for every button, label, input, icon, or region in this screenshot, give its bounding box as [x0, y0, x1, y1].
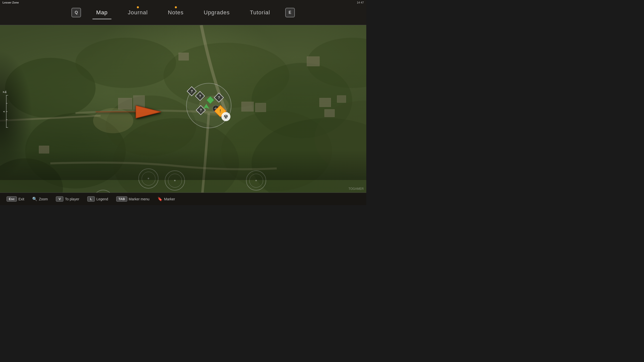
legend-label: Legend [96, 197, 108, 201]
l-key[interactable]: L [87, 196, 95, 202]
notes-dot-indicator [175, 6, 177, 8]
top-navigation-bar: Lesser Zone 14 47 Q Map Journal Notes Up… [0, 0, 366, 25]
marker-menu-label: Marker menu [129, 197, 149, 201]
unknown-marker-2[interactable] [196, 93, 204, 100]
tab-upgrades[interactable]: Upgrades [194, 7, 240, 18]
zoom-label: Zoom [39, 197, 48, 201]
marker-menu-action[interactable]: TAB Marker menu [112, 196, 153, 202]
zoom-action[interactable]: 🔍 Zoom [28, 197, 52, 201]
exit-label: Exit [18, 197, 24, 201]
to-player-action[interactable]: V To player [52, 196, 83, 202]
zoom-scale-area: ×4 ◄ [3, 90, 7, 128]
radiation-marker[interactable]: ☢ [221, 112, 230, 121]
nav-tabs-container: Q Map Journal Notes Upgrades Tutorial E [0, 0, 366, 25]
directional-arrow [96, 98, 161, 124]
map-background [0, 25, 366, 193]
unknown-marker-1[interactable] [188, 88, 195, 95]
right-key-badge[interactable]: E [285, 8, 295, 17]
tab-journal[interactable]: Journal [118, 7, 158, 18]
marker-icon: 🔖 [157, 197, 163, 201]
marker-action[interactable]: 🔖 Marker [153, 197, 179, 201]
marker-label: Marker [164, 197, 175, 201]
bottom-action-bar: Esc Exit 🔍 Zoom V To player L Legend TAB… [0, 193, 366, 205]
v-key[interactable]: V [56, 196, 63, 202]
journal-dot-indicator [137, 6, 139, 8]
green-diamond-marker[interactable] [208, 97, 213, 103]
to-player-label: To player [65, 197, 79, 201]
zoom-level: ×4 [3, 90, 7, 94]
zoom-icon: 🔍 [32, 197, 37, 201]
map-area[interactable]: ×4 ◄ [0, 25, 366, 193]
exit-action[interactable]: Esc Exit [3, 196, 28, 202]
nav-circle-3[interactable] [165, 170, 185, 191]
scale-bar: ◄ [3, 95, 7, 128]
nav-circle-2[interactable] [138, 168, 158, 189]
esc-key[interactable]: Esc [7, 196, 17, 202]
legend-action[interactable]: L Legend [83, 196, 112, 202]
svg-marker-24 [203, 104, 209, 109]
left-key-badge[interactable]: Q [71, 8, 81, 17]
watermark: TOGAMER [349, 187, 364, 191]
green-marker[interactable] [203, 104, 209, 112]
tab-key[interactable]: TAB [116, 196, 127, 202]
tab-map[interactable]: Map [86, 7, 118, 18]
tab-notes[interactable]: Notes [158, 7, 193, 18]
nav-circle-4[interactable] [246, 170, 266, 191]
tab-tutorial[interactable]: Tutorial [240, 7, 280, 18]
game-time: 14 47 [357, 1, 364, 4]
window-title: Lesser Zone [0, 0, 21, 5]
unknown-marker-4[interactable] [215, 94, 222, 101]
